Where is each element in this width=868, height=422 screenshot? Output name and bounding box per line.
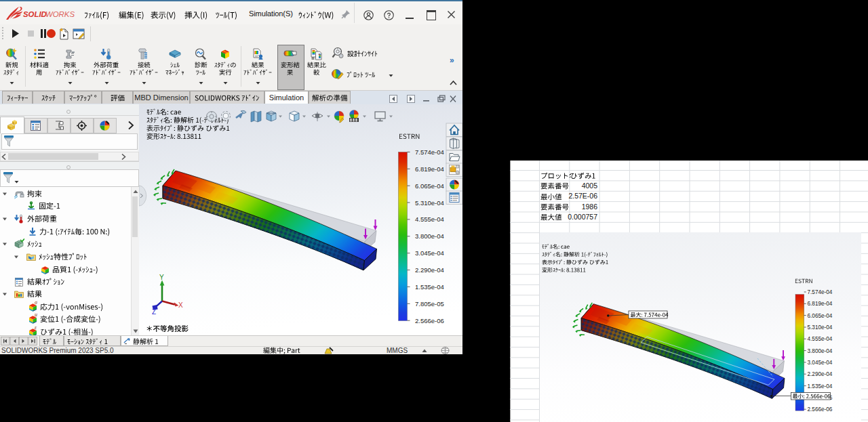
svg-text:2.290e-04: 2.290e-04 bbox=[808, 371, 833, 377]
svg-text:5.310e-04: 5.310e-04 bbox=[415, 199, 444, 207]
svg-text:SOLID: SOLID bbox=[23, 10, 47, 18]
svg-text:?: ? bbox=[318, 52, 321, 58]
svg-text:6.819e-04: 6.819e-04 bbox=[415, 165, 444, 173]
svg-text:4.555e-04: 4.555e-04 bbox=[415, 215, 444, 223]
svg-text:7.574e-04: 7.574e-04 bbox=[808, 289, 833, 295]
svg-text:2.566e-06: 2.566e-06 bbox=[415, 317, 444, 324]
svg-text:6.065e-04: 6.065e-04 bbox=[415, 182, 444, 190]
svg-text:4.555e-04: 4.555e-04 bbox=[808, 336, 833, 342]
svg-text:1.535e-04: 1.535e-04 bbox=[808, 383, 833, 389]
svg-text:Z: Z bbox=[152, 308, 156, 316]
svg-text:5.310e-04: 5.310e-04 bbox=[808, 324, 833, 331]
svg-text:3.800e-04: 3.800e-04 bbox=[415, 232, 444, 240]
svg-text:WORKS: WORKS bbox=[45, 10, 75, 18]
svg-text:X: X bbox=[178, 301, 183, 309]
svg-text:2.566e-06: 2.566e-06 bbox=[808, 406, 833, 413]
svg-text:7.805e-05: 7.805e-05 bbox=[415, 300, 444, 308]
svg-text:3.045e-04: 3.045e-04 bbox=[808, 360, 833, 366]
svg-text:Y: Y bbox=[159, 274, 164, 281]
svg-text:6.819e-04: 6.819e-04 bbox=[808, 301, 833, 307]
svg-text:3.800e-04: 3.800e-04 bbox=[808, 348, 833, 354]
svg-text:1.535e-04: 1.535e-04 bbox=[415, 283, 444, 291]
svg-text:6.065e-04: 6.065e-04 bbox=[808, 313, 833, 319]
svg-text:3.045e-04: 3.045e-04 bbox=[415, 249, 444, 257]
svg-text:2.290e-04: 2.290e-04 bbox=[415, 266, 444, 274]
svg-text:7.574e-04: 7.574e-04 bbox=[415, 148, 444, 156]
